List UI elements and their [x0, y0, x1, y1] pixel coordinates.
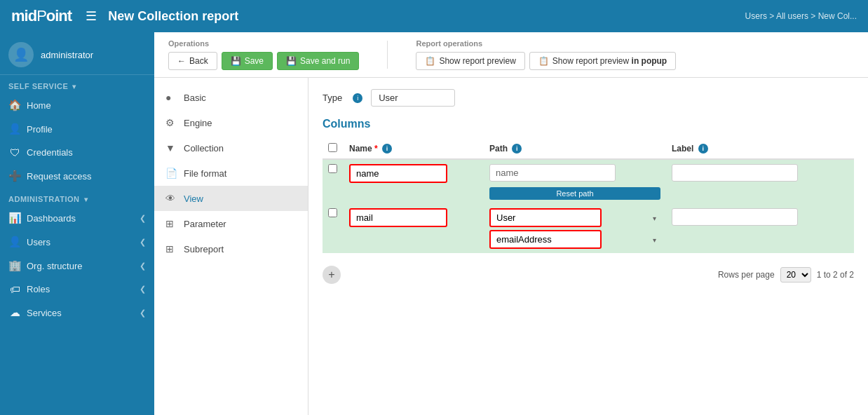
operations-group: Operations ← Back 💾 Save 💾 Save and run — [168, 39, 359, 70]
breadcrumb-current: New Col... — [818, 11, 857, 21]
table-row: User ▾ emailAddress ▾ — [323, 204, 854, 253]
panel-nav-parameter[interactable]: ⊞ Parameter — [154, 211, 308, 236]
row1-path-cell: Reset path — [484, 159, 666, 204]
home-icon: 🏠 — [8, 99, 21, 111]
collection-icon: ▼ — [165, 142, 178, 154]
username: administrator — [41, 50, 93, 60]
panel-nav-engine[interactable]: ⚙ Engine — [154, 110, 308, 135]
report-operations-group: Report operations 📋 Show report preview … — [416, 39, 676, 70]
save-button[interactable]: 💾 Save — [222, 52, 273, 70]
sidebar-request-label: Request access — [27, 171, 92, 182]
save-icon: 💾 — [231, 56, 241, 66]
basic-icon: ● — [165, 92, 178, 103]
name-info-icon[interactable]: i — [382, 144, 392, 154]
back-button[interactable]: ← Back — [168, 52, 217, 70]
dropdown1-arrow-icon: ▾ — [653, 214, 656, 222]
type-info-icon[interactable]: i — [353, 93, 362, 103]
show-preview-button[interactable]: 📋 Show report preview — [416, 52, 524, 70]
label-info-icon[interactable]: i — [698, 144, 708, 154]
row2-path-dropdown2[interactable]: emailAddress — [489, 230, 602, 249]
panel-nav-collection[interactable]: ▼ Collection — [154, 135, 308, 161]
row1-path-input[interactable] — [489, 164, 616, 182]
path-info-icon[interactable]: i — [512, 144, 522, 154]
sidebar-item-home[interactable]: 🏠 Home — [0, 93, 154, 117]
main-content: Operations ← Back 💾 Save 💾 Save and run — [154, 32, 868, 415]
row2-name-cell — [344, 204, 484, 253]
breadcrumb-users[interactable]: Users — [745, 11, 767, 21]
save-run-button[interactable]: 💾 Save and run — [277, 52, 359, 70]
reset-path-button[interactable]: Reset path — [489, 187, 660, 200]
row2-checkbox-cell — [323, 204, 344, 253]
dropdown2-arrow-icon: ▾ — [653, 236, 656, 243]
row2-label-cell — [666, 204, 854, 253]
administration-label: ADMINISTRATION ▾ — [0, 188, 154, 206]
operations-bar: Operations ← Back 💾 Save 💾 Save and run — [154, 32, 868, 78]
row2-label-input[interactable] — [672, 208, 798, 226]
name-required-star: * — [374, 144, 378, 154]
sidebar-item-services[interactable]: ☁ Services ❮ — [0, 301, 154, 325]
type-value: User — [371, 89, 455, 107]
sidebar-roles-label: Roles — [27, 284, 50, 294]
sidebar-item-request-access[interactable]: ➕ Request access — [0, 164, 154, 188]
operations-buttons: ← Back 💾 Save 💾 Save and run — [168, 52, 359, 70]
panel-nav-view[interactable]: 👁 View — [154, 186, 308, 211]
services-chevron-icon: ❮ — [140, 308, 146, 318]
file-icon: 📄 — [165, 168, 178, 179]
type-row: Type i User — [323, 89, 854, 107]
table-footer: + Rows per page 20 50 1 to 2 of 2 — [323, 261, 854, 288]
rows-per-page-section: Rows per page 20 50 1 to 2 of 2 — [718, 267, 854, 283]
sidebar-credentials-label: Credentials — [27, 147, 73, 158]
report-ops-buttons: 📋 Show report preview 📋 Show report prev… — [416, 52, 676, 70]
panel-nav-subreport[interactable]: ⊞ Subreport — [154, 236, 308, 261]
rows-per-page-select[interactable]: 20 50 — [780, 267, 811, 283]
row2-path-dropdown1[interactable]: User — [489, 208, 602, 227]
sidebar-item-dashboards[interactable]: 📊 Dashboards ❮ — [0, 206, 154, 230]
self-service-chevron: ▾ — [72, 83, 76, 90]
columns-header: Columns — [323, 118, 854, 130]
subreport-icon: ⊞ — [165, 243, 178, 254]
sidebar-item-profile[interactable]: 👤 Profile — [0, 117, 154, 141]
select-all-checkbox[interactable] — [328, 143, 337, 152]
preview-icon: 📋 — [425, 56, 435, 66]
sub-layout: ● Basic ⚙ Engine ▼ Collection 📄 File for… — [154, 78, 868, 415]
show-popup-button[interactable]: 📋 Show report preview in popup — [529, 52, 676, 70]
row1-label-cell — [666, 159, 854, 204]
add-row-button[interactable]: + — [323, 266, 341, 284]
sidebar-item-credentials[interactable]: 🛡 Credentials — [0, 141, 154, 164]
sidebar-item-org-structure[interactable]: 🏢 Org. structure ❮ — [0, 254, 154, 278]
engine-icon: ⚙ — [165, 117, 178, 128]
row2-path-cell: User ▾ emailAddress ▾ — [484, 204, 666, 253]
checkbox-header — [323, 139, 344, 159]
breadcrumb-all-users[interactable]: All users — [776, 11, 808, 21]
back-arrow-icon: ← — [177, 56, 186, 66]
sidebar-item-roles[interactable]: 🏷 Roles ❮ — [0, 278, 154, 301]
view-icon: 👁 — [165, 193, 178, 204]
row1-checkbox[interactable] — [328, 164, 337, 173]
right-panel: Type i User Columns Name — [308, 78, 868, 415]
row1-name-input[interactable] — [349, 164, 447, 183]
operations-label: Operations — [168, 39, 359, 48]
row2-name-input[interactable] — [349, 208, 447, 227]
row2-checkbox[interactable] — [328, 208, 337, 217]
row2-path-dropdown2-wrapper: emailAddress ▾ — [489, 230, 660, 249]
sidebar-item-users[interactable]: 👤 Users ❮ — [0, 230, 154, 254]
row1-checkbox-cell — [323, 159, 344, 204]
report-operations-label: Report operations — [416, 39, 676, 48]
avatar: 👤 — [8, 42, 34, 67]
hamburger-icon[interactable]: ☰ — [86, 8, 97, 24]
row2-path-dropdown1-wrapper: User ▾ — [489, 208, 660, 227]
sidebar: 👤 administrator SELF SERVICE ▾ 🏠 Home 👤 … — [0, 32, 154, 415]
save-run-icon: 💾 — [286, 56, 297, 66]
sidebar-profile-label: Profile — [27, 124, 53, 135]
page-title: New Collection report — [108, 9, 745, 24]
shield-icon: 🛡 — [8, 147, 21, 158]
roles-icon: 🏷 — [8, 283, 21, 295]
path-header: Path i — [484, 139, 666, 159]
type-label: Type — [323, 93, 342, 103]
panel-nav-basic[interactable]: ● Basic — [154, 85, 308, 110]
columns-table: Name * i Path i Label i — [323, 139, 854, 253]
row1-label-input[interactable] — [672, 164, 798, 182]
panel-nav-file-format[interactable]: 📄 File format — [154, 161, 308, 186]
parameter-icon: ⊞ — [165, 218, 178, 229]
plus-icon: + — [328, 268, 334, 281]
